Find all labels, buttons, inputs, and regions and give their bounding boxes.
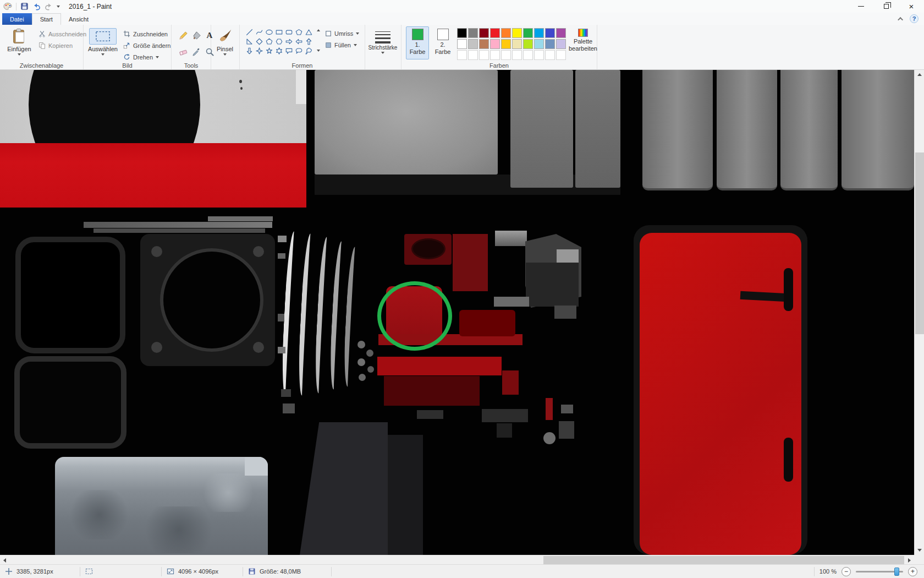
shape-polygon-icon[interactable] xyxy=(294,28,304,37)
select-button[interactable]: Auswählen xyxy=(86,26,120,57)
resize-button[interactable]: Größe ändern xyxy=(123,42,170,49)
shape-callout-cloud-icon[interactable] xyxy=(304,46,314,56)
tab-home[interactable]: Start xyxy=(32,13,61,25)
palette-swatch[interactable] xyxy=(490,50,500,60)
palette-swatch[interactable] xyxy=(468,28,478,38)
shape-star-five-icon[interactable] xyxy=(264,46,274,56)
palette-swatch[interactable] xyxy=(512,50,522,60)
palette-swatch[interactable] xyxy=(512,28,522,38)
vertical-scrollbar-thumb[interactable] xyxy=(915,152,924,334)
edit-palette-button[interactable]: Palette bearbeiten xyxy=(570,26,596,52)
palette-swatch[interactable] xyxy=(523,39,533,49)
fill-bucket-icon[interactable] xyxy=(190,28,202,42)
scroll-down-icon[interactable] xyxy=(915,546,924,555)
shape-oval-icon[interactable] xyxy=(264,28,274,37)
fill-button[interactable]: Füllen xyxy=(325,42,357,48)
palette-swatch[interactable] xyxy=(523,28,533,38)
shape-hexagon-icon[interactable] xyxy=(274,37,284,46)
palette-swatch[interactable] xyxy=(457,39,467,49)
collapse-ribbon-icon[interactable] xyxy=(898,17,903,22)
shape-callout-rectangle-icon[interactable] xyxy=(284,46,294,56)
pencil-icon[interactable] xyxy=(177,28,189,42)
palette-swatch[interactable] xyxy=(545,39,555,49)
texture-bit xyxy=(278,347,285,353)
horizontal-scrollbar[interactable] xyxy=(0,555,914,564)
copy-button[interactable]: Kopieren xyxy=(38,42,73,49)
shape-rectangle-icon[interactable] xyxy=(274,28,284,37)
restore-button[interactable] xyxy=(873,0,899,13)
shape-right-triangle-icon[interactable] xyxy=(244,37,254,46)
crop-button[interactable]: Zuschneiden xyxy=(123,30,168,37)
zoom-slider[interactable] xyxy=(856,571,903,572)
redo-icon[interactable] xyxy=(45,2,53,10)
shape-rounded-rectangle-icon[interactable] xyxy=(284,28,294,37)
zoom-slider-thumb[interactable] xyxy=(894,568,899,576)
palette-swatch[interactable] xyxy=(490,28,500,38)
undo-icon[interactable] xyxy=(32,2,41,10)
shape-arrow-left-icon[interactable] xyxy=(294,37,304,46)
palette-swatch[interactable] xyxy=(501,50,511,60)
zoom-out-button[interactable]: − xyxy=(842,567,851,576)
color-picker-icon[interactable] xyxy=(190,45,202,59)
zoom-in-button[interactable]: + xyxy=(908,567,917,576)
shape-callout-oval-icon[interactable] xyxy=(294,46,304,56)
eraser-icon[interactable] xyxy=(177,45,189,59)
close-button[interactable]: × xyxy=(899,0,924,13)
save-icon[interactable] xyxy=(20,2,29,10)
palette-swatch[interactable] xyxy=(457,28,467,38)
shape-star-four-icon[interactable] xyxy=(254,46,264,56)
shape-diamond-icon[interactable] xyxy=(254,37,264,46)
rotate-button[interactable]: Drehen xyxy=(123,53,159,61)
shape-arrow-up-icon[interactable] xyxy=(304,37,314,46)
palette-swatch[interactable] xyxy=(490,39,500,49)
shape-pentagon-icon[interactable] xyxy=(264,37,274,46)
palette-swatch[interactable] xyxy=(479,39,489,49)
palette-swatch[interactable] xyxy=(501,28,511,38)
paste-button[interactable]: Einfügen xyxy=(3,26,35,57)
palette-swatch[interactable] xyxy=(534,28,544,38)
qat-customize-icon[interactable] xyxy=(57,6,60,8)
shape-arrow-down-icon[interactable] xyxy=(244,46,254,56)
shape-arrow-right-icon[interactable] xyxy=(284,37,294,46)
tab-file[interactable]: Datei xyxy=(2,13,32,25)
texture-debris xyxy=(559,421,574,439)
cut-label: Ausschneiden xyxy=(48,31,86,37)
palette-swatch[interactable] xyxy=(534,50,544,60)
scroll-left-icon[interactable] xyxy=(0,555,9,565)
color1-button[interactable]: 1. Farbe xyxy=(406,26,429,59)
color2-button[interactable]: 2. Farbe xyxy=(431,26,454,59)
palette-swatch[interactable] xyxy=(479,28,489,38)
shapes-scroll-down-icon[interactable] xyxy=(317,50,320,52)
palette-swatch[interactable] xyxy=(468,39,478,49)
palette-swatch[interactable] xyxy=(512,39,522,49)
paint-logo-icon[interactable] xyxy=(3,2,12,11)
cut-button[interactable]: Ausschneiden xyxy=(38,30,86,37)
brushes-button[interactable]: Pinsel xyxy=(213,26,237,57)
palette-swatch[interactable] xyxy=(556,39,566,49)
palette-swatch[interactable] xyxy=(479,50,489,60)
shapes-scroll-up-icon[interactable] xyxy=(317,29,320,31)
shape-star-six-icon[interactable] xyxy=(274,46,284,56)
palette-swatch[interactable] xyxy=(501,39,511,49)
stroke-width-button[interactable]: Strichstärke xyxy=(366,26,399,56)
palette-swatch[interactable] xyxy=(556,50,566,60)
shape-curve-icon[interactable] xyxy=(254,28,264,37)
canvas[interactable] xyxy=(0,70,914,555)
palette-swatch[interactable] xyxy=(545,28,555,38)
tab-view[interactable]: Ansicht xyxy=(61,13,96,25)
palette-swatch[interactable] xyxy=(534,39,544,49)
help-icon[interactable]: ? xyxy=(910,14,919,23)
shape-line-icon[interactable] xyxy=(244,28,254,37)
shape-triangle-icon[interactable] xyxy=(304,28,314,37)
palette-swatch[interactable] xyxy=(468,50,478,60)
palette-swatch[interactable] xyxy=(556,28,566,38)
palette-swatch[interactable] xyxy=(457,50,467,60)
scroll-up-icon[interactable] xyxy=(915,70,924,79)
palette-swatch[interactable] xyxy=(545,50,555,60)
palette-swatch[interactable] xyxy=(523,50,533,60)
minimize-button[interactable] xyxy=(848,0,873,13)
outline-button[interactable]: Umriss xyxy=(325,30,359,37)
scroll-right-icon[interactable] xyxy=(905,555,914,565)
horizontal-scrollbar-thumb[interactable] xyxy=(543,556,904,564)
vertical-scrollbar[interactable] xyxy=(914,70,924,555)
